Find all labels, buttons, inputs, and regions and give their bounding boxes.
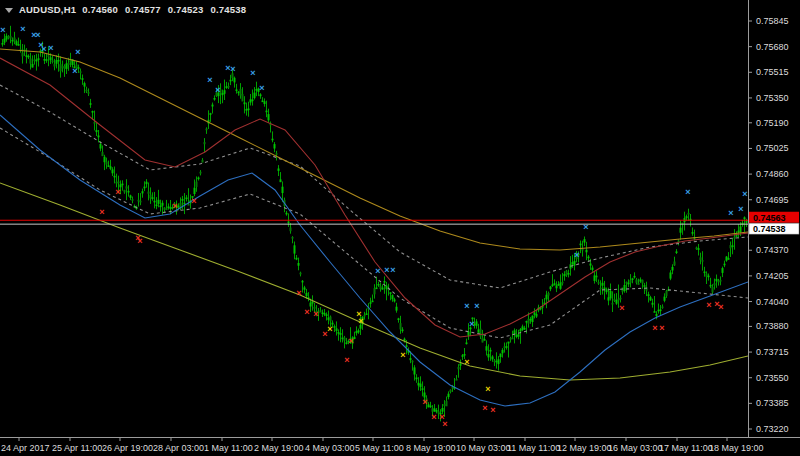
time-axis-label: 2 May 19:00 — [254, 443, 304, 453]
time-axis-label: 8 May 19:00 — [406, 443, 456, 453]
svg-text:×: × — [738, 204, 743, 214]
svg-text:×: × — [41, 44, 46, 54]
svg-text:×: × — [259, 83, 264, 93]
ohlc-open: 0.74560 — [82, 4, 118, 15]
svg-text:×: × — [728, 208, 733, 218]
ohlc-values: 0.74560 0.74577 0.74523 0.74538 — [82, 4, 246, 15]
svg-text:×: × — [75, 47, 80, 57]
upper-band-dashed-line — [0, 85, 748, 288]
price-axis-label: 0.73550 — [756, 373, 789, 383]
bid-price-tag: 0.74538 — [749, 223, 799, 234]
svg-text:×: × — [474, 301, 479, 311]
time-axis-label: 11 May 11:00 — [507, 443, 560, 453]
time-axis-label: 5 May 11:00 — [355, 443, 404, 453]
time-axis-label: 18 May 19:00 — [709, 443, 764, 453]
time-axis-label: 12 May 19:00 — [557, 443, 612, 453]
svg-text:×: × — [464, 301, 469, 311]
time-axis-label: 25 Apr 11:00 — [52, 443, 102, 453]
symbol-header: AUDUSD,H1 0.74560 0.74577 0.74523 0.7453… — [5, 4, 246, 15]
svg-text:×: × — [742, 189, 747, 199]
svg-text:×: × — [99, 207, 104, 217]
svg-text:×: × — [384, 265, 389, 275]
price-axis-label: 0.73220 — [756, 424, 789, 434]
svg-text:×: × — [490, 405, 495, 415]
price-axis-label: 0.74205 — [756, 271, 789, 281]
svg-text:×: × — [718, 302, 723, 312]
svg-text:×: × — [250, 68, 255, 78]
lower-band-dashed-line — [0, 128, 748, 338]
candles-layer — [2, 26, 748, 422]
time-axis-label: 1 May 11:00 — [204, 443, 253, 453]
chart-dropdown-icon[interactable] — [5, 8, 13, 13]
time-axis-label: 10 May 03:00 — [456, 443, 511, 453]
svg-text:×: × — [400, 350, 405, 360]
price-axis-label: 0.75845 — [756, 16, 789, 26]
buy-signal-markers: ××××××××××××××××××××××××××× — [0, 24, 747, 329]
svg-text:0.74563: 0.74563 — [753, 213, 786, 223]
svg-text:×: × — [469, 319, 474, 329]
svg-text:×: × — [304, 307, 309, 317]
time-axis-label: 17 May 11:00 — [659, 443, 713, 453]
svg-text:×: × — [344, 355, 349, 365]
ask-price-tag: 0.74563 — [749, 212, 799, 223]
svg-text:×: × — [215, 85, 220, 95]
time-axis-label: 4 May 03:00 — [305, 443, 355, 453]
svg-text:×: × — [706, 300, 711, 310]
price-axis-label: 0.73880 — [756, 321, 789, 331]
svg-text:×: × — [652, 323, 657, 333]
svg-text:×: × — [431, 412, 436, 422]
time-axis[interactable]: 24 Apr 201725 Apr 11:0026 Apr 19:0028 Ap… — [1, 437, 764, 453]
svg-text:×: × — [619, 303, 624, 313]
svg-text:×: × — [485, 384, 490, 394]
price-axis-label: 0.74860 — [756, 169, 789, 179]
svg-text:×: × — [327, 324, 332, 334]
svg-text:×: × — [442, 419, 447, 429]
price-axis-label: 0.74695 — [756, 195, 789, 205]
time-axis-label: 26 Apr 19:00 — [102, 443, 153, 453]
time-axis-label: 16 May 03:00 — [608, 443, 663, 453]
svg-text:×: × — [313, 309, 318, 319]
svg-text:×: × — [115, 187, 120, 197]
svg-text:×: × — [72, 66, 77, 76]
svg-text:×: × — [685, 187, 690, 197]
time-axis-label: 28 Apr 03:00 — [153, 443, 204, 453]
svg-text:×: × — [20, 24, 25, 34]
svg-text:×: × — [207, 75, 212, 85]
svg-text:×: × — [358, 316, 363, 326]
svg-text:×: × — [422, 397, 427, 407]
price-axis-label: 0.74370 — [756, 245, 789, 255]
svg-text:×: × — [375, 266, 380, 276]
svg-text:×: × — [296, 288, 301, 298]
ohlc-high: 0.74577 — [125, 4, 161, 15]
svg-text:×: × — [230, 64, 235, 74]
svg-text:×: × — [583, 222, 588, 232]
svg-text:×: × — [464, 357, 469, 367]
price-axis-label: 0.75680 — [756, 42, 789, 52]
price-axis-label: 0.73715 — [756, 347, 789, 357]
price-axis-label: 0.75515 — [756, 67, 789, 77]
svg-text:0.74538: 0.74538 — [753, 224, 786, 234]
price-axis-label: 0.73385 — [756, 398, 789, 408]
chart-window: ××××××××××××××××××××××××××××××××××××××××… — [0, 0, 800, 456]
svg-text:×: × — [0, 25, 5, 35]
svg-text:×: × — [48, 43, 53, 53]
plot-area[interactable]: ××××××××××××××××××××××××××××××××××××××××… — [0, 24, 748, 429]
price-axis-label: 0.75190 — [756, 118, 789, 128]
svg-text:×: × — [35, 30, 40, 40]
ohlc-close: 0.74538 — [210, 4, 246, 15]
svg-text:×: × — [574, 250, 579, 260]
price-chart-canvas[interactable]: ××××××××××××××××××××××××××××××××××××××××… — [0, 0, 800, 456]
price-axis-label: 0.75350 — [756, 93, 789, 103]
svg-text:×: × — [482, 403, 487, 413]
svg-text:×: × — [390, 265, 395, 275]
ohlc-low: 0.74523 — [168, 4, 204, 15]
price-axis-label: 0.74040 — [756, 297, 789, 307]
sell-signal-markers: ×××××××××××××××××××××××× — [99, 187, 723, 429]
svg-text:×: × — [172, 201, 177, 211]
svg-text:×: × — [348, 336, 353, 346]
time-axis-label: 24 Apr 2017 — [1, 443, 50, 453]
svg-text:×: × — [191, 196, 196, 206]
symbol-label: AUDUSD,H1 — [19, 4, 76, 15]
svg-text:×: × — [659, 323, 664, 333]
price-axis-label: 0.75025 — [756, 143, 789, 153]
